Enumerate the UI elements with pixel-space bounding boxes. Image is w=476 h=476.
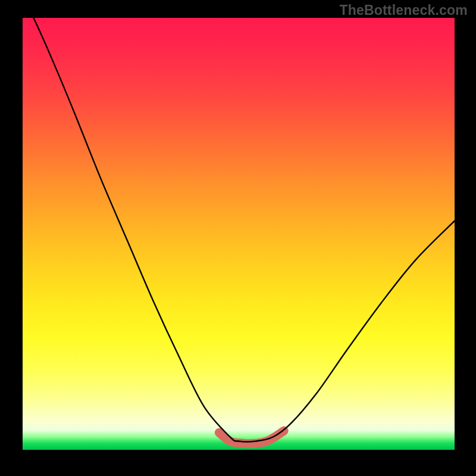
plot-area bbox=[23, 18, 455, 450]
chart-frame: TheBottleneck.com bbox=[0, 0, 476, 476]
curve-layer bbox=[23, 18, 455, 450]
watermark-text: TheBottleneck.com bbox=[339, 2, 468, 18]
bottleneck-curve-path bbox=[23, 18, 455, 441]
